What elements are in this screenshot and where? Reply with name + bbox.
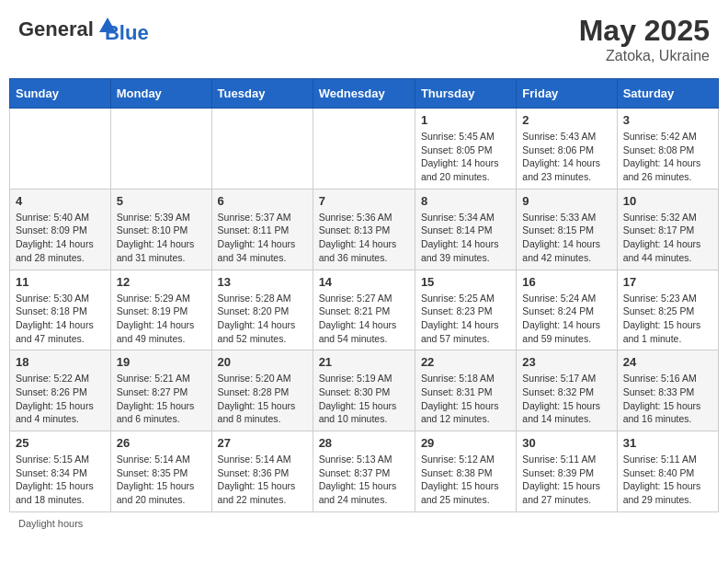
- calendar-cell-w3-d1: 11Sunrise: 5:30 AMSunset: 8:18 PMDayligh…: [10, 270, 111, 350]
- day-info: Sunrise: 5:39 AMSunset: 8:10 PMDaylight:…: [117, 211, 206, 265]
- calendar-week-2: 4Sunrise: 5:40 AMSunset: 8:09 PMDaylight…: [10, 189, 719, 270]
- month-title: May 2025: [579, 14, 710, 48]
- calendar-week-5: 25Sunrise: 5:15 AMSunset: 8:34 PMDayligh…: [10, 431, 719, 512]
- calendar-cell-w4-d4: 21Sunrise: 5:19 AMSunset: 8:30 PMDayligh…: [313, 350, 415, 431]
- day-info: Sunrise: 5:25 AMSunset: 8:23 PMDaylight:…: [421, 292, 510, 346]
- title-block: May 2025 Zatoka, Ukraine: [579, 14, 710, 64]
- day-info: Sunrise: 5:15 AMSunset: 8:34 PMDaylight:…: [16, 453, 105, 507]
- calendar-cell-w5-d3: 27Sunrise: 5:14 AMSunset: 8:36 PMDayligh…: [211, 431, 313, 512]
- calendar-cell-w1-d4: [313, 109, 415, 190]
- day-number: 1: [421, 113, 510, 127]
- logo-blue-text: Blue: [105, 21, 149, 45]
- day-info: Sunrise: 5:34 AMSunset: 8:14 PMDaylight:…: [421, 211, 510, 265]
- logo: General Blue: [18, 14, 149, 45]
- day-number: 30: [522, 436, 610, 450]
- location-title: Zatoka, Ukraine: [579, 48, 710, 64]
- daylight-label: Daylight hours: [18, 518, 83, 529]
- day-number: 6: [218, 194, 307, 208]
- calendar-cell-w4-d5: 22Sunrise: 5:18 AMSunset: 8:31 PMDayligh…: [415, 350, 516, 431]
- day-info: Sunrise: 5:36 AMSunset: 8:13 PMDaylight:…: [319, 211, 409, 265]
- day-info: Sunrise: 5:28 AMSunset: 8:20 PMDaylight:…: [218, 292, 307, 346]
- day-info: Sunrise: 5:21 AMSunset: 8:27 PMDaylight:…: [117, 372, 206, 426]
- calendar-week-1: 1Sunrise: 5:45 AMSunset: 8:05 PMDaylight…: [10, 109, 719, 190]
- day-info: Sunrise: 5:33 AMSunset: 8:15 PMDaylight:…: [522, 211, 610, 265]
- day-info: Sunrise: 5:24 AMSunset: 8:24 PMDaylight:…: [522, 292, 610, 346]
- day-number: 25: [16, 436, 105, 450]
- day-info: Sunrise: 5:17 AMSunset: 8:32 PMDaylight:…: [522, 372, 610, 426]
- calendar-week-3: 11Sunrise: 5:30 AMSunset: 8:18 PMDayligh…: [10, 270, 719, 350]
- day-number: 5: [117, 194, 206, 208]
- day-number: 15: [421, 275, 510, 289]
- day-number: 20: [218, 355, 307, 369]
- day-number: 14: [319, 275, 409, 289]
- day-number: 24: [623, 355, 712, 369]
- day-info: Sunrise: 5:14 AMSunset: 8:36 PMDaylight:…: [218, 453, 307, 507]
- day-info: Sunrise: 5:40 AMSunset: 8:09 PMDaylight:…: [16, 211, 105, 265]
- calendar-cell-w2-d2: 5Sunrise: 5:39 AMSunset: 8:10 PMDaylight…: [110, 189, 211, 270]
- calendar-cell-w3-d7: 17Sunrise: 5:23 AMSunset: 8:25 PMDayligh…: [617, 270, 718, 350]
- calendar-cell-w2-d4: 7Sunrise: 5:36 AMSunset: 8:13 PMDaylight…: [313, 189, 415, 270]
- header-sunday: Sunday: [10, 79, 111, 109]
- calendar-cell-w1-d2: [110, 109, 211, 190]
- logo-text: General: [18, 17, 94, 41]
- day-info: Sunrise: 5:14 AMSunset: 8:35 PMDaylight:…: [117, 453, 206, 507]
- day-info: Sunrise: 5:11 AMSunset: 8:39 PMDaylight:…: [522, 453, 610, 507]
- calendar-cell-w5-d6: 30Sunrise: 5:11 AMSunset: 8:39 PMDayligh…: [517, 431, 617, 512]
- day-number: 17: [623, 275, 712, 289]
- day-info: Sunrise: 5:11 AMSunset: 8:40 PMDaylight:…: [623, 453, 712, 507]
- day-number: 28: [319, 436, 409, 450]
- day-info: Sunrise: 5:32 AMSunset: 8:17 PMDaylight:…: [623, 211, 712, 265]
- day-info: Sunrise: 5:45 AMSunset: 8:05 PMDaylight:…: [421, 130, 510, 184]
- calendar-cell-w4-d7: 24Sunrise: 5:16 AMSunset: 8:33 PMDayligh…: [617, 350, 718, 431]
- calendar-cell-w1-d1: [10, 109, 111, 190]
- calendar-cell-w5-d7: 31Sunrise: 5:11 AMSunset: 8:40 PMDayligh…: [617, 431, 718, 512]
- calendar-cell-w2-d3: 6Sunrise: 5:37 AMSunset: 8:11 PMDaylight…: [211, 189, 313, 270]
- day-number: 11: [16, 275, 105, 289]
- day-number: 4: [16, 194, 105, 208]
- calendar-cell-w3-d6: 16Sunrise: 5:24 AMSunset: 8:24 PMDayligh…: [517, 270, 617, 350]
- day-info: Sunrise: 5:16 AMSunset: 8:33 PMDaylight:…: [623, 372, 712, 426]
- day-info: Sunrise: 5:42 AMSunset: 8:08 PMDaylight:…: [623, 130, 712, 184]
- day-number: 12: [117, 275, 206, 289]
- calendar-cell-w3-d2: 12Sunrise: 5:29 AMSunset: 8:19 PMDayligh…: [110, 270, 211, 350]
- day-info: Sunrise: 5:18 AMSunset: 8:31 PMDaylight:…: [421, 372, 510, 426]
- calendar-table: Sunday Monday Tuesday Wednesday Thursday…: [9, 78, 719, 512]
- calendar-cell-w1-d5: 1Sunrise: 5:45 AMSunset: 8:05 PMDaylight…: [415, 109, 516, 190]
- day-number: 29: [421, 436, 510, 450]
- day-info: Sunrise: 5:12 AMSunset: 8:38 PMDaylight:…: [421, 453, 510, 507]
- day-number: 7: [319, 194, 409, 208]
- day-number: 22: [421, 355, 510, 369]
- calendar-week-4: 18Sunrise: 5:22 AMSunset: 8:26 PMDayligh…: [10, 350, 719, 431]
- day-info: Sunrise: 5:43 AMSunset: 8:06 PMDaylight:…: [522, 130, 610, 184]
- header-saturday: Saturday: [617, 79, 718, 109]
- day-number: 19: [117, 355, 206, 369]
- day-number: 23: [522, 355, 610, 369]
- calendar-cell-w5-d5: 29Sunrise: 5:12 AMSunset: 8:38 PMDayligh…: [415, 431, 516, 512]
- day-number: 21: [319, 355, 409, 369]
- calendar-cell-w2-d7: 10Sunrise: 5:32 AMSunset: 8:17 PMDayligh…: [617, 189, 718, 270]
- calendar-cell-w2-d6: 9Sunrise: 5:33 AMSunset: 8:15 PMDaylight…: [517, 189, 617, 270]
- calendar-cell-w4-d3: 20Sunrise: 5:20 AMSunset: 8:28 PMDayligh…: [211, 350, 313, 431]
- day-info: Sunrise: 5:22 AMSunset: 8:26 PMDaylight:…: [16, 372, 105, 426]
- calendar-cell-w3-d3: 13Sunrise: 5:28 AMSunset: 8:20 PMDayligh…: [211, 270, 313, 350]
- day-number: 3: [623, 113, 712, 127]
- calendar-cell-w4-d1: 18Sunrise: 5:22 AMSunset: 8:26 PMDayligh…: [10, 350, 111, 431]
- calendar-cell-w5-d4: 28Sunrise: 5:13 AMSunset: 8:37 PMDayligh…: [313, 431, 415, 512]
- day-info: Sunrise: 5:23 AMSunset: 8:25 PMDaylight:…: [623, 292, 712, 346]
- calendar-cell-w2-d1: 4Sunrise: 5:40 AMSunset: 8:09 PMDaylight…: [10, 189, 111, 270]
- day-number: 31: [623, 436, 712, 450]
- day-info: Sunrise: 5:20 AMSunset: 8:28 PMDaylight:…: [218, 372, 307, 426]
- calendar-cell-w4-d6: 23Sunrise: 5:17 AMSunset: 8:32 PMDayligh…: [517, 350, 617, 431]
- page-header: General Blue May 2025 Zatoka, Ukraine: [9, 9, 719, 69]
- day-number: 10: [623, 194, 712, 208]
- day-number: 18: [16, 355, 105, 369]
- calendar-cell-w5-d1: 25Sunrise: 5:15 AMSunset: 8:34 PMDayligh…: [10, 431, 111, 512]
- calendar-cell-w5-d2: 26Sunrise: 5:14 AMSunset: 8:35 PMDayligh…: [110, 431, 211, 512]
- calendar-cell-w3-d5: 15Sunrise: 5:25 AMSunset: 8:23 PMDayligh…: [415, 270, 516, 350]
- day-number: 8: [421, 194, 510, 208]
- footer-note: Daylight hours: [9, 518, 719, 529]
- header-wednesday: Wednesday: [313, 79, 415, 109]
- calendar-cell-w1-d6: 2Sunrise: 5:43 AMSunset: 8:06 PMDaylight…: [517, 109, 617, 190]
- day-info: Sunrise: 5:19 AMSunset: 8:30 PMDaylight:…: [319, 372, 409, 426]
- calendar-cell-w1-d3: [211, 109, 313, 190]
